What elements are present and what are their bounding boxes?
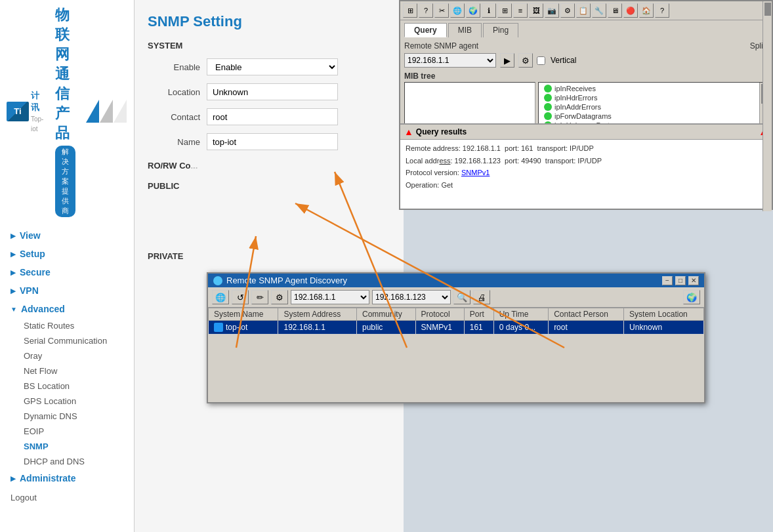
cell-system-location: Unknown — [624, 321, 704, 335]
enable-label: Enable — [148, 62, 200, 72]
window-title: Remote SNMP Agent Discovery — [226, 276, 347, 285]
sidebar-item-administrate[interactable]: ▶ Administrate — [0, 469, 134, 487]
toolbar-icon-2[interactable]: ? — [419, 3, 433, 18]
sidebar-item-snmp[interactable]: SNMP — [18, 439, 134, 454]
toolbar-icon-9[interactable]: 🖼 — [529, 3, 543, 18]
sidebar-item-dhcp-dns[interactable]: DHCP and DNS — [18, 454, 134, 469]
agent-ip-select[interactable]: 192.168.1.1 — [404, 53, 496, 68]
sidebar-label-administrate: Administrate — [20, 473, 76, 483]
tab-query[interactable]: Query — [404, 23, 447, 37]
contact-input[interactable] — [207, 108, 338, 125]
toolbar-icon-5[interactable]: 🌍 — [466, 3, 480, 18]
sidebar-item-static-routes[interactable]: Static Routes — [18, 318, 134, 333]
sidebar-item-oray[interactable]: Oray — [18, 348, 134, 363]
solution-button[interactable]: 解决方案提供商 — [55, 146, 75, 217]
toolbar-icon-14[interactable]: 🖥 — [608, 3, 622, 18]
sidebar-item-advanced[interactable]: ▼ Advanced — [0, 300, 134, 318]
tab-mib[interactable]: MIB — [448, 23, 482, 37]
toolbar-icon-8[interactable]: ≡ — [513, 3, 528, 18]
logout-link[interactable]: Logout — [0, 487, 134, 508]
nav-section: ▶ View ▶ Setup ▶ Secure ▶ VPN ▼ Advanced… — [0, 222, 134, 512]
col-community: Community — [357, 308, 416, 321]
sidebar-item-setup[interactable]: ▶ Setup — [0, 245, 134, 263]
toolbar-icon-12[interactable]: 📋 — [576, 3, 591, 18]
mib-dot-icon — [544, 85, 552, 92]
toolbar-refresh-icon[interactable]: ↺ — [232, 290, 249, 304]
toolbar-icon-3[interactable]: ✂ — [434, 3, 449, 18]
sidebar-label-secure: Secure — [20, 267, 51, 277]
sidebar-item-dynamic-dns[interactable]: Dynamic DNS — [18, 409, 134, 424]
cell-port: 161 — [464, 321, 493, 335]
enable-row: Enable Enable — [148, 58, 390, 75]
vertical-checkbox[interactable] — [537, 56, 545, 65]
sidebar-item-vpn[interactable]: ▶ VPN — [0, 281, 134, 300]
table-body: top-iot 192.168.1.1 public SNMPv1 161 0 … — [209, 321, 704, 335]
minimize-button[interactable]: − — [662, 276, 673, 285]
cell-protocol: SNMPv1 — [415, 321, 464, 335]
toolbar-icon-15[interactable]: 🔴 — [623, 3, 638, 18]
ip-to-select[interactable]: 192.168.1.123 — [372, 290, 451, 304]
advanced-submenu: Static Routes Serial Communication Oray … — [0, 318, 134, 469]
toolbar-icon-11[interactable]: ⚙ — [560, 3, 575, 18]
maximize-button[interactable]: □ — [675, 276, 686, 285]
toolbar-icon-6[interactable]: ℹ — [482, 3, 496, 18]
query-result-line: Protocol version: SNMPv1 — [406, 167, 766, 179]
agent-connect-button[interactable]: ▶ — [500, 53, 514, 68]
toolbar-icon-16[interactable]: 🏠 — [639, 3, 654, 18]
header-area: Ti 计讯 Top-iot 物联网通信产品 解决方案提供商 — [0, 0, 134, 222]
toolbar-pencil-icon[interactable]: ✏ — [251, 290, 268, 304]
discovery-toolbar: 🌐 ↺ ✏ ⚙ 192.168.1.1 192.168.1.123 🔍 🖨 🌍 — [208, 287, 704, 308]
ip-from-select[interactable]: 192.168.1.1 — [291, 290, 369, 304]
toolbar-extra-icon[interactable]: 🌍 — [683, 290, 700, 304]
mib-tree-label: MIB tree — [404, 72, 768, 81]
query-results-content: Remote address: 192.168.1.1 port: 161 tr… — [400, 140, 772, 194]
toolbar-icon-question[interactable]: ? — [655, 3, 669, 18]
sidebar-item-eoip[interactable]: EOIP — [18, 424, 134, 439]
logo-row: Ti 计讯 Top-iot 物联网通信产品 解决方案提供商 — [7, 5, 123, 217]
table-row[interactable]: top-iot 192.168.1.1 public SNMPv1 161 0 … — [209, 321, 704, 335]
name-input[interactable] — [207, 133, 338, 150]
col-protocol: Protocol — [415, 308, 464, 321]
chevron-right-icon: ▶ — [10, 269, 16, 276]
toolbar-icon-4[interactable]: 🌐 — [450, 3, 465, 18]
agent-options-button[interactable]: ⚙ — [518, 53, 533, 68]
public-section: PUBLIC — [148, 181, 390, 238]
triangle-light — [114, 100, 127, 123]
sidebar-item-net-flow[interactable]: Net Flow — [18, 363, 134, 379]
toolbar-icon-7[interactable]: ⊞ — [497, 3, 512, 18]
location-row: Location — [148, 83, 390, 100]
list-item: ipForwDatagrams — [541, 112, 758, 121]
col-up-time: Up Time — [493, 308, 548, 321]
toolbar-settings-icon[interactable]: ⚙ — [271, 290, 288, 304]
query-result-line: Operation: Get — [406, 179, 766, 192]
sidebar-item-gps-location[interactable]: GPS Location — [18, 394, 134, 409]
col-contact-person: Contact Person — [549, 308, 624, 321]
toolbar-icon-1[interactable]: ⊞ — [403, 3, 417, 18]
sidebar-item-secure[interactable]: ▶ Secure — [0, 263, 134, 281]
toolbar-icon-10[interactable]: 📷 — [545, 3, 559, 18]
toolbar-icon-13[interactable]: 🔧 — [592, 3, 606, 18]
sidebar-item-view[interactable]: ▶ View — [0, 226, 134, 245]
sidebar-item-serial-communication[interactable]: Serial Communication — [18, 333, 134, 348]
col-system-location: System Location — [624, 308, 704, 321]
contact-row: Contact — [148, 108, 390, 125]
ro-rw-header: RO/RW Co... — [148, 161, 390, 171]
cell-contact-person: root — [549, 321, 624, 335]
tab-ping[interactable]: Ping — [483, 23, 518, 37]
location-input[interactable] — [207, 83, 338, 100]
ro-rw-section: RO/RW Co... — [148, 161, 390, 171]
col-system-address: System Address — [278, 308, 357, 321]
mib-dot-icon — [544, 112, 552, 120]
browser-right-scrollbar[interactable] — [763, 1, 772, 211]
snmpv1-link[interactable]: SNMPv1 — [461, 169, 490, 176]
enable-select[interactable]: Enable — [207, 58, 338, 75]
toolbar-globe-icon[interactable]: 🌐 — [212, 290, 229, 304]
brand-subtitle: Top-iot — [31, 115, 43, 133]
close-button[interactable]: ✕ — [688, 276, 699, 285]
sidebar-item-bs-location[interactable]: BS Location — [18, 379, 134, 394]
snmp-browser-window: ⊞ ? ✂ 🌐 🌍 ℹ ⊞ ≡ 🖼 📷 ⚙ 📋 🔧 🖥 🔴 🏠 ? Query … — [399, 0, 773, 210]
name-label: Name — [148, 137, 200, 147]
public-header: PUBLIC — [148, 181, 390, 191]
toolbar-scan-icon[interactable]: 🔍 — [453, 290, 470, 304]
toolbar-print-icon[interactable]: 🖨 — [473, 290, 490, 304]
